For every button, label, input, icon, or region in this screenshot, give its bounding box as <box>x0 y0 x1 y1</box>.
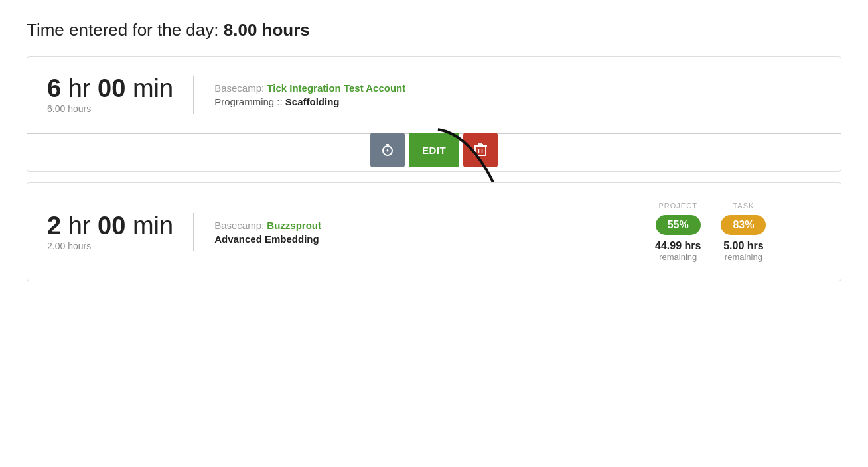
time-large-1: 6 hr 00 min <box>47 76 173 101</box>
timer-icon <box>380 142 396 158</box>
progress-section: PROJECT 55% 44.99 hrs remaining TASK 83%… <box>635 202 821 262</box>
project-badge: 55% <box>656 215 701 235</box>
time-display-2: 2 hr 00 min 2.00 hours <box>47 213 194 251</box>
header-label: Time entered for the day: <box>27 20 219 40</box>
header-hours: 8.00 hours <box>224 20 310 40</box>
page-header: Time entered for the day: 8.00 hours <box>27 20 841 40</box>
basecamp-label-1: Basecamp: Tick Integration Test Account <box>214 82 821 94</box>
project-col-label: PROJECT <box>659 202 697 210</box>
task-remaining: remaining <box>725 252 762 262</box>
task-col-label: TASK <box>733 202 754 210</box>
time-decimal-2: 2.00 hours <box>47 241 173 251</box>
delete-button-1[interactable] <box>463 133 498 167</box>
time-display-1: 6 hr 00 min 6.00 hours <box>47 76 194 114</box>
trash-icon <box>474 143 487 157</box>
actions-row-1: EDIT <box>370 133 498 167</box>
progress-cols: PROJECT 55% 44.99 hrs remaining TASK 83%… <box>655 202 766 262</box>
task-badge: 83% <box>721 215 766 235</box>
task-label-1: Programming :: Scaffolding <box>214 96 821 107</box>
client-link-2[interactable]: Buzzsprout <box>267 220 321 231</box>
project-col: PROJECT 55% 44.99 hrs remaining <box>655 202 701 262</box>
svg-point-4 <box>386 150 388 152</box>
card-body-2: 2 hr 00 min 2.00 hours Basecamp: Buzzspr… <box>27 183 841 281</box>
entry-card-body-1: 6 hr 00 min 6.00 hours Basecamp: Tick In… <box>27 56 841 172</box>
basecamp-label-2: Basecamp: Buzzsprout <box>214 220 635 231</box>
entry-details-2: Basecamp: Buzzsprout Advanced Embedding <box>214 220 635 245</box>
entry-card-body-2: 2 hr 00 min 2.00 hours Basecamp: Buzzspr… <box>27 182 841 281</box>
edit-button-1[interactable]: EDIT <box>409 133 459 167</box>
task-label-2: Advanced Embedding <box>214 234 635 245</box>
card-actions-1: EDIT <box>27 133 841 134</box>
entry-details-1: Basecamp: Tick Integration Test Account … <box>214 82 821 107</box>
card-body-1: 6 hr 00 min 6.00 hours Basecamp: Tick In… <box>27 57 841 133</box>
entry-card-2: 2 hr 00 min 2.00 hours Basecamp: Buzzspr… <box>27 182 841 281</box>
task-hours: 5.00 hrs <box>723 240 763 252</box>
entry-card-1: 6 hr 00 min 6.00 hours Basecamp: Tick In… <box>27 56 841 172</box>
svg-rect-5 <box>475 146 486 155</box>
timer-button-1[interactable] <box>370 133 405 167</box>
time-large-2: 2 hr 00 min <box>47 213 173 238</box>
client-link-1[interactable]: Tick Integration Test Account <box>267 82 405 94</box>
task-col: TASK 83% 5.00 hrs remaining <box>721 202 766 262</box>
time-decimal-1: 6.00 hours <box>47 103 173 114</box>
project-remaining: remaining <box>659 252 697 262</box>
project-hours: 44.99 hrs <box>655 240 701 252</box>
